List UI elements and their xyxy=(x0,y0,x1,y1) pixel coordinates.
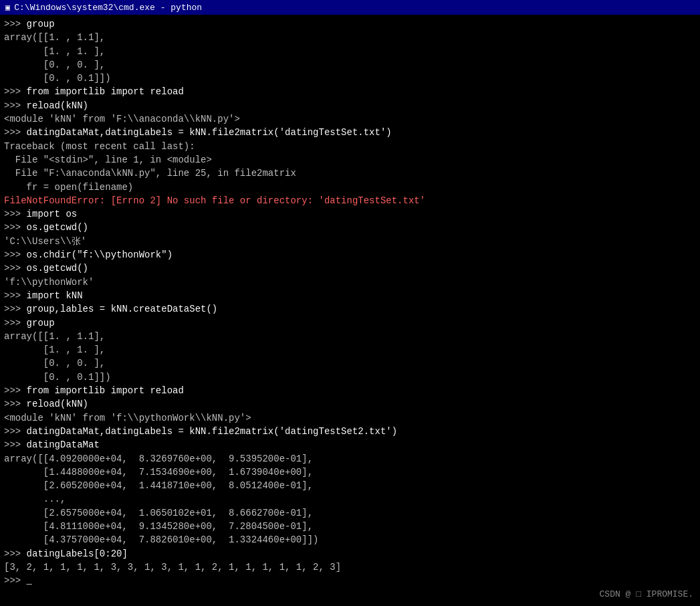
terminal-line: array([[1. , 1.1], xyxy=(4,31,696,44)
title-bar: ▣ C:\Windows\system32\cmd.exe - python xyxy=(0,0,700,15)
terminal-line: [4.8111000e+04, 9.1345280e+00, 7.2804500… xyxy=(4,520,696,533)
terminal-line: [1.4488000e+04, 7.1534690e+00, 1.6739040… xyxy=(4,466,696,479)
terminal-line: >>> reload(kNN) xyxy=(4,99,696,112)
terminal-line: [0. , 0. ], xyxy=(4,58,696,72)
terminal-line: array([[4.0920000e+04, 8.3269760e+00, 9.… xyxy=(4,452,696,466)
terminal-line: ..., xyxy=(4,492,696,506)
title-text: C:\Windows\system32\cmd.exe - python xyxy=(14,3,202,13)
terminal-line: >>> import os xyxy=(4,207,696,221)
terminal-line: [2.6052000e+04, 1.4418710e+00, 8.0512400… xyxy=(4,479,696,492)
terminal-line: Traceback (most recent call last): xyxy=(4,140,696,153)
terminal-line: >>> os.chdir("f:\\pythonWork") xyxy=(4,248,696,262)
terminal-line: >>> group xyxy=(4,17,696,31)
terminal-line: fr = open(filename) xyxy=(4,181,696,194)
terminal-line: >>> from importlib import reload xyxy=(4,85,696,98)
terminal-line: FileNotFoundError: [Errno 2] No such fil… xyxy=(4,194,696,207)
terminal-line: >>> _ xyxy=(4,574,696,587)
terminal-line: >>> import kNN xyxy=(4,289,696,302)
cmd-icon: ▣ xyxy=(5,3,10,13)
terminal-line: [3, 2, 1, 1, 1, 1, 3, 3, 1, 3, 1, 1, 2, … xyxy=(4,561,696,574)
terminal-line: >>> group xyxy=(4,316,696,330)
terminal-body: >>> grouparray([[1. , 1.1], [1. , 1. ], … xyxy=(0,15,700,590)
terminal-line: >>> group,lables = kNN.createDataSet() xyxy=(4,302,696,316)
terminal-line: >>> from importlib import reload xyxy=(4,384,696,397)
terminal-line: [1. , 1. ], xyxy=(4,343,696,357)
terminal-line: >>> datingDataMat,datingLabels = kNN.fil… xyxy=(4,425,696,438)
terminal-line: >>> os.getcwd() xyxy=(4,262,696,275)
terminal-line: >>> datingDataMat,datingLabels = kNN.fil… xyxy=(4,126,696,139)
terminal-line: array([[1. , 1.1], xyxy=(4,330,696,343)
terminal-line: [2.6575000e+04, 1.0650102e+01, 8.6662700… xyxy=(4,506,696,520)
terminal-line: File "<stdin>", line 1, in <module> xyxy=(4,153,696,167)
terminal-line: >>> os.getcwd() xyxy=(4,221,696,234)
watermark: CSDN @ □ IPROMISE. xyxy=(600,589,693,599)
terminal-line: [0. , 0. ], xyxy=(4,357,696,370)
terminal-line: 'C:\\Users\\张' xyxy=(4,235,696,248)
terminal-line: File "F:\anaconda\kNN.py", line 25, in f… xyxy=(4,167,696,180)
terminal-line: <module 'kNN' from 'f:\\pythonWork\\kNN.… xyxy=(4,411,696,425)
terminal-line: [0. , 0.1]]) xyxy=(4,371,696,384)
terminal-line: >>> reload(kNN) xyxy=(4,397,696,411)
terminal-line: >>> datingLabels[0:20] xyxy=(4,547,696,561)
terminal-line: [0. , 0.1]]) xyxy=(4,72,696,85)
terminal-line: 'f:\\pythonWork' xyxy=(4,276,696,289)
terminal-line: >>> datingDataMat xyxy=(4,438,696,451)
terminal-line: [1. , 1. ], xyxy=(4,45,696,58)
terminal-line: <module 'kNN' from 'F:\\anaconda\\kNN.py… xyxy=(4,112,696,126)
terminal-line: [4.3757000e+04, 7.8826010e+00, 1.3324460… xyxy=(4,533,696,546)
